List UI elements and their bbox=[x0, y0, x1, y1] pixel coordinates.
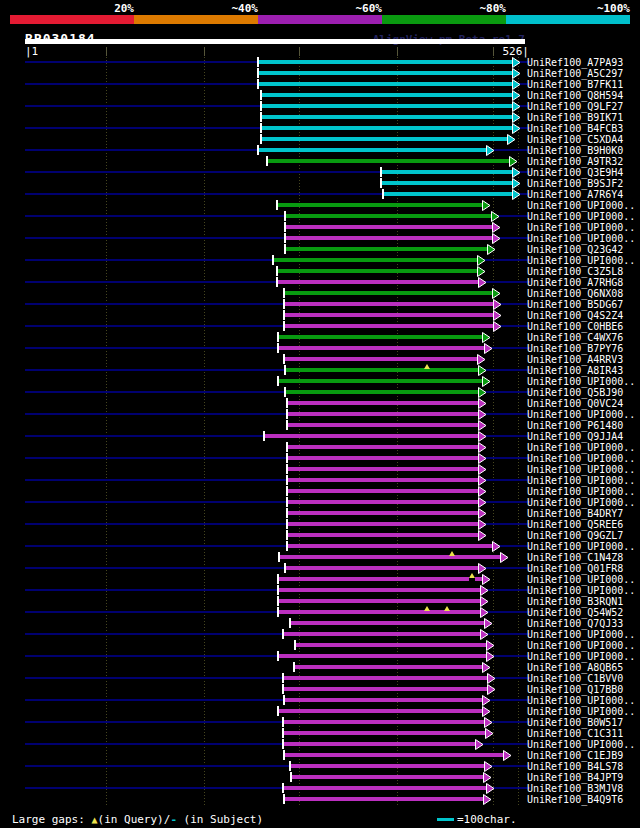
alignment-bar[interactable] bbox=[261, 104, 513, 108]
alignment-bar[interactable] bbox=[285, 214, 492, 218]
alignment-bar[interactable] bbox=[284, 698, 483, 702]
alignment-bar[interactable] bbox=[261, 137, 508, 141]
alignment-bar[interactable] bbox=[287, 544, 493, 548]
alignment-bar[interactable] bbox=[287, 445, 479, 449]
alignment-bar[interactable] bbox=[285, 390, 479, 394]
alignment-bar[interactable] bbox=[287, 456, 479, 460]
alignment-bar[interactable] bbox=[285, 247, 488, 251]
bar-arrowhead-icon bbox=[478, 508, 487, 519]
bar-start-tick bbox=[278, 552, 280, 562]
bar-arrowhead-icon bbox=[478, 442, 487, 453]
alignment-bar[interactable] bbox=[284, 302, 494, 306]
alignment-bar[interactable] bbox=[258, 148, 487, 152]
alignment-bar[interactable] bbox=[278, 599, 481, 603]
alignment-bar[interactable] bbox=[287, 423, 479, 427]
bar-arrowhead-icon bbox=[512, 178, 521, 189]
alignment-bar[interactable] bbox=[278, 654, 487, 658]
hit-row: UniRef100_A4RRV3 bbox=[0, 354, 640, 365]
alignment-bar[interactable] bbox=[381, 170, 513, 174]
bar-start-tick bbox=[260, 112, 262, 122]
hit-row: UniRef100_A5C297 bbox=[0, 68, 640, 79]
alignment-bar[interactable] bbox=[285, 225, 493, 229]
alignment-bar[interactable] bbox=[284, 324, 494, 328]
alignment-bar[interactable] bbox=[284, 357, 478, 361]
alignment-bar[interactable] bbox=[287, 478, 479, 482]
bar-start-tick bbox=[257, 57, 259, 67]
alignment-bar[interactable] bbox=[278, 709, 483, 713]
alignment-bar[interactable] bbox=[287, 500, 479, 504]
hit-label: UniRef100_A5C297 bbox=[527, 68, 623, 79]
alignment-bar[interactable] bbox=[294, 665, 483, 669]
hit-label: UniRef100_A7RHG8 bbox=[527, 277, 623, 288]
alignment-bar[interactable] bbox=[290, 621, 485, 625]
alignment-bar[interactable] bbox=[284, 313, 494, 317]
alignment-bar[interactable] bbox=[284, 753, 504, 757]
hit-row: UniRef100_UPI000.. bbox=[0, 497, 640, 508]
alignment-bar[interactable] bbox=[258, 60, 513, 64]
alignment-bar[interactable] bbox=[278, 346, 485, 350]
alignment-bar[interactable] bbox=[283, 742, 476, 746]
bar-start-tick bbox=[282, 783, 284, 793]
alignment-bar[interactable] bbox=[291, 775, 484, 779]
bar-start-tick bbox=[286, 486, 288, 496]
bar-arrowhead-icon bbox=[492, 541, 501, 552]
alignment-bar[interactable] bbox=[261, 115, 513, 119]
hit-label: UniRef100_B7FK11 bbox=[527, 79, 623, 90]
hit-row: UniRef100_C5XDA4 bbox=[0, 134, 640, 145]
alignment-bar[interactable] bbox=[287, 533, 479, 537]
hit-label: UniRef100_B5DG67 bbox=[527, 299, 623, 310]
alignment-bar[interactable] bbox=[287, 401, 479, 405]
alignment-bar[interactable] bbox=[264, 434, 479, 438]
hit-row: UniRef100_B3MJV8 bbox=[0, 783, 640, 794]
hit-label: UniRef100_B9IK71 bbox=[527, 112, 623, 123]
hit-row: UniRef100_C3Z5L8 bbox=[0, 266, 640, 277]
bar-arrowhead-icon bbox=[486, 145, 495, 156]
alignment-bar[interactable] bbox=[258, 71, 513, 75]
alignment-bar[interactable] bbox=[287, 522, 479, 526]
alignment-bar[interactable] bbox=[278, 588, 481, 592]
alignment-bar[interactable] bbox=[273, 258, 478, 262]
bar-arrowhead-icon bbox=[484, 343, 493, 354]
alignment-bar[interactable] bbox=[278, 379, 483, 383]
alignment-bar[interactable] bbox=[287, 511, 479, 515]
alignment-bar[interactable] bbox=[278, 577, 483, 581]
alignment-bar[interactable] bbox=[383, 192, 513, 196]
bar-arrowhead-icon bbox=[478, 431, 487, 442]
alignment-bar[interactable] bbox=[283, 687, 488, 691]
hit-label: UniRef100_UPI000.. bbox=[527, 574, 635, 585]
alignment-bar[interactable] bbox=[277, 269, 478, 273]
bar-start-tick bbox=[277, 343, 279, 353]
bar-start-tick bbox=[260, 123, 262, 133]
bar-arrowhead-icon bbox=[484, 717, 493, 728]
alignment-bar[interactable] bbox=[284, 291, 493, 295]
bar-start-tick bbox=[286, 409, 288, 419]
hit-row: UniRef100_UPI000.. bbox=[0, 376, 640, 387]
hit-label: UniRef100_Q7QJ33 bbox=[527, 618, 623, 629]
alignment-bar[interactable] bbox=[261, 126, 513, 130]
alignment-bar[interactable] bbox=[285, 566, 479, 570]
alignment-bar[interactable] bbox=[283, 731, 486, 735]
alignment-bar[interactable] bbox=[283, 632, 481, 636]
alignment-bar[interactable] bbox=[277, 280, 479, 284]
alignment-bar[interactable] bbox=[287, 412, 479, 416]
alignment-bar[interactable] bbox=[261, 93, 513, 97]
alignment-bar[interactable] bbox=[295, 643, 487, 647]
alignment-bar[interactable] bbox=[290, 764, 485, 768]
scale-unit-label: =100char. bbox=[457, 813, 517, 826]
bar-arrowhead-icon bbox=[512, 123, 521, 134]
alignment-bar[interactable] bbox=[267, 159, 510, 163]
alignment-bar[interactable] bbox=[258, 82, 513, 86]
alignment-bar[interactable] bbox=[285, 368, 479, 372]
alignment-bar[interactable] bbox=[283, 676, 488, 680]
alignment-bar[interactable] bbox=[283, 720, 485, 724]
alignment-bar[interactable] bbox=[278, 610, 481, 614]
alignment-bar[interactable] bbox=[279, 555, 501, 559]
alignment-bar[interactable] bbox=[283, 786, 487, 790]
alignment-bar[interactable] bbox=[381, 181, 513, 185]
alignment-bar[interactable] bbox=[284, 797, 484, 801]
alignment-bar[interactable] bbox=[285, 236, 493, 240]
alignment-bar[interactable] bbox=[278, 335, 483, 339]
alignment-bar[interactable] bbox=[287, 467, 479, 471]
alignment-bar[interactable] bbox=[277, 203, 483, 207]
alignment-bar[interactable] bbox=[287, 489, 479, 493]
